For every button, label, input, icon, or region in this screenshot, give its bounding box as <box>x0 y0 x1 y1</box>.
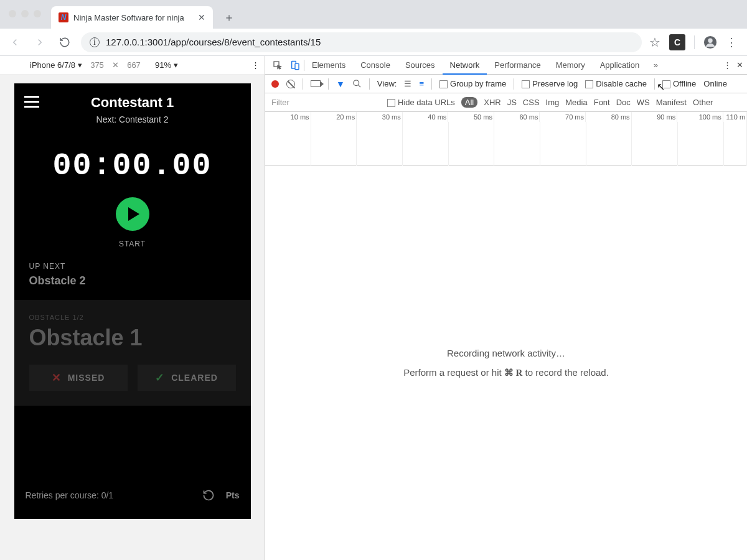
obstacle-card: OBSTACLE 1/2 Obstacle 1 ✕ MISSED ✓ CLEAR… <box>14 300 251 406</box>
play-icon <box>128 207 139 221</box>
tab-strip: N Ninja Master Software for ninja ✕ ＋ <box>0 0 747 29</box>
divider <box>514 78 514 90</box>
chrome-menu-icon[interactable]: ⋮ <box>726 35 737 49</box>
tick: 60 ms <box>494 112 540 122</box>
filter-icon[interactable]: ▼ <box>336 79 345 89</box>
reload-button[interactable] <box>56 34 73 51</box>
tab-performance[interactable]: Performance <box>487 56 548 74</box>
tab-network[interactable]: Network <box>443 57 487 75</box>
tab-console[interactable]: Console <box>353 56 398 74</box>
obstacle-name: Obstacle 1 <box>29 325 236 351</box>
back-button[interactable] <box>6 34 24 51</box>
disable-cache-checkbox[interactable]: Disable cache <box>585 79 647 88</box>
device-more-icon[interactable]: ⋮ <box>251 60 260 70</box>
maximize-window-icon[interactable] <box>34 10 41 17</box>
large-rows-icon[interactable]: ☰ <box>404 79 411 88</box>
inspect-icon[interactable] <box>269 60 286 70</box>
device-width[interactable]: 375 <box>86 60 108 70</box>
next-contestant: Next: Contestant 2 <box>24 114 241 124</box>
device-mode-icon[interactable] <box>286 60 304 70</box>
type-img[interactable]: Img <box>546 98 560 107</box>
profile-icon[interactable] <box>703 35 717 49</box>
upnext-value: Obstacle 2 <box>29 274 236 287</box>
hint-text: Perform a request or hit ⌘ R to record t… <box>403 367 609 378</box>
type-xhr[interactable]: XHR <box>484 98 500 107</box>
zoom-select[interactable]: 91% ▾ <box>155 60 178 70</box>
network-timeline[interactable]: 10 ms 20 ms 30 ms 40 ms 50 ms 60 ms 70 m… <box>265 112 747 166</box>
type-css[interactable]: CSS <box>523 98 540 107</box>
tick: 100 ms <box>677 112 723 122</box>
clear-icon[interactable] <box>286 80 295 88</box>
view-label: View: <box>377 79 397 88</box>
divider <box>694 35 695 49</box>
forward-button[interactable] <box>31 34 49 51</box>
svg-line-6 <box>358 85 360 87</box>
phone-screen: Contestant 1 Next: Contestant 2 00:00.00… <box>14 83 251 519</box>
tab-elements[interactable]: Elements <box>304 56 353 74</box>
minimize-window-icon[interactable] <box>21 10 29 17</box>
type-manifest[interactable]: Manifest <box>656 98 687 107</box>
x-icon: ✕ <box>52 371 62 385</box>
browser-tab[interactable]: N Ninja Master Software for ninja ✕ <box>51 6 213 29</box>
cleared-button[interactable]: ✓ CLEARED <box>138 365 236 391</box>
filter-input[interactable]: Filter <box>269 98 381 107</box>
divider <box>369 78 370 90</box>
dimension-x: ✕ <box>112 60 119 70</box>
new-tab-button[interactable]: ＋ <box>220 9 238 26</box>
record-icon[interactable] <box>271 80 279 88</box>
type-js[interactable]: JS <box>507 98 517 107</box>
tick: 50 ms <box>448 112 494 122</box>
start-button[interactable] <box>116 197 149 231</box>
recording-text: Recording network activity… <box>447 348 565 358</box>
tab-memory[interactable]: Memory <box>548 56 593 74</box>
device-viewport: Contestant 1 Next: Contestant 2 00:00.00… <box>0 75 265 560</box>
retries-label: Retries per course: 0/1 <box>26 490 114 500</box>
screenshot-icon[interactable] <box>311 80 321 87</box>
cleared-label: CLEARED <box>171 373 218 383</box>
window-controls <box>9 10 41 17</box>
tick: 110 m <box>723 112 747 122</box>
type-media[interactable]: Media <box>565 98 587 107</box>
offline-checkbox[interactable]: Offline <box>662 79 696 88</box>
throttling-select[interactable]: Online <box>703 79 727 88</box>
site-info-icon[interactable]: i <box>90 37 100 47</box>
close-tab-icon[interactable]: ✕ <box>198 12 205 22</box>
network-empty-state: Recording network activity… Perform a re… <box>265 166 747 560</box>
tick: 80 ms <box>586 112 632 122</box>
url-text: 127.0.0.1:3001/app/courses/8/event_conte… <box>106 37 321 47</box>
menu-icon[interactable] <box>24 96 39 108</box>
svg-point-5 <box>354 80 359 86</box>
retry-icon[interactable] <box>202 489 215 502</box>
devtools-settings-icon[interactable]: ⋮ <box>723 60 731 70</box>
points-button[interactable]: Pts <box>226 490 240 500</box>
device-select[interactable]: iPhone 6/7/8 ▾ <box>5 60 82 70</box>
tab-application[interactable]: Application <box>593 56 647 74</box>
tick: 40 ms <box>403 112 449 122</box>
hide-data-urls-checkbox[interactable]: Hide data URLs <box>387 98 455 107</box>
waterfall-icon[interactable]: ≡ <box>419 79 424 88</box>
tab-sources[interactable]: Sources <box>398 56 443 74</box>
group-by-frame-checkbox[interactable]: Group by frame <box>439 79 506 88</box>
more-tabs-icon[interactable]: » <box>647 60 664 70</box>
type-all[interactable]: All <box>461 97 477 108</box>
devtools-close-icon[interactable]: ✕ <box>736 60 743 70</box>
search-icon[interactable] <box>352 79 362 88</box>
type-doc[interactable]: Doc <box>616 98 631 107</box>
tick: 90 ms <box>632 112 678 122</box>
close-window-icon[interactable] <box>9 10 16 17</box>
tick: 30 ms <box>357 112 403 122</box>
extension-icon[interactable]: C <box>669 34 685 50</box>
missed-button[interactable]: ✕ MISSED <box>29 365 128 391</box>
bookmark-icon[interactable]: ☆ <box>649 35 660 50</box>
device-height[interactable]: 667 <box>123 60 145 70</box>
preserve-log-checkbox[interactable]: Preserve log <box>522 79 578 88</box>
obstacle-meta: OBSTACLE 1/2 <box>29 314 236 321</box>
url-input[interactable]: i 127.0.0.1:3001/app/courses/8/event_con… <box>81 32 642 52</box>
tick: 10 ms <box>265 112 311 122</box>
type-font[interactable]: Font <box>594 98 610 107</box>
type-ws[interactable]: WS <box>637 98 650 107</box>
svg-point-1 <box>708 38 712 42</box>
start-label: START <box>14 240 251 248</box>
type-other[interactable]: Other <box>693 98 713 107</box>
tab-title: Ninja Master Software for ninja <box>73 13 193 22</box>
